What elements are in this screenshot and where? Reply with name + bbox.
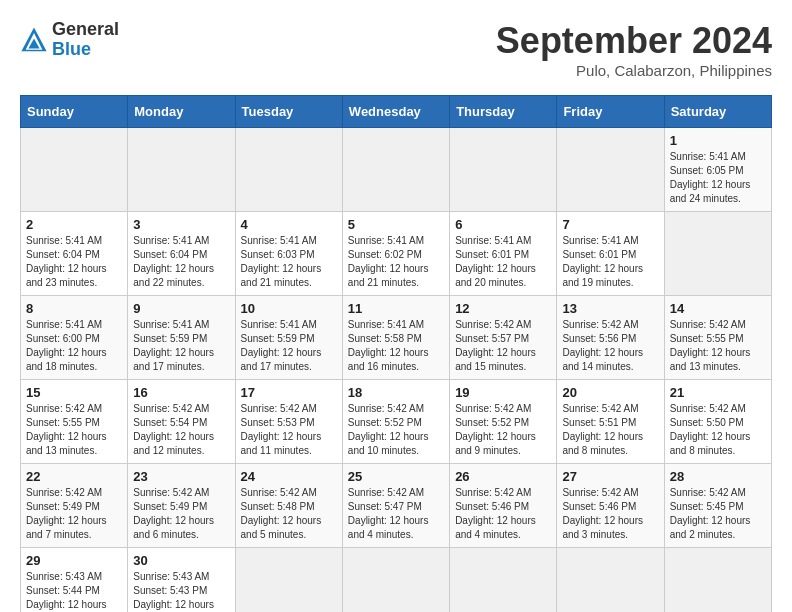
day-number: 21 [670,385,766,400]
page-header: General Blue September 2024 Pulo, Calaba… [20,20,772,79]
day-cell: 25 Sunrise: 5:42 AMSunset: 5:47 PMDaylig… [342,464,449,548]
day-cell: 3 Sunrise: 5:41 AMSunset: 6:04 PMDayligh… [128,212,235,296]
day-number: 17 [241,385,337,400]
day-number: 29 [26,553,122,568]
day-cell: 27 Sunrise: 5:42 AMSunset: 5:46 PMDaylig… [557,464,664,548]
calendar-week-row: 1 Sunrise: 5:41 AMSunset: 6:05 PMDayligh… [21,128,772,212]
empty-day-cell [21,128,128,212]
empty-day-cell [450,548,557,613]
calendar-table: SundayMondayTuesdayWednesdayThursdayFrid… [20,95,772,612]
day-cell: 4 Sunrise: 5:41 AMSunset: 6:03 PMDayligh… [235,212,342,296]
day-info: Sunrise: 5:41 AMSunset: 5:58 PMDaylight:… [348,318,444,374]
day-number: 26 [455,469,551,484]
day-cell: 14 Sunrise: 5:42 AMSunset: 5:55 PMDaylig… [664,296,771,380]
day-number: 15 [26,385,122,400]
day-info: Sunrise: 5:41 AMSunset: 6:05 PMDaylight:… [670,150,766,206]
day-cell: 21 Sunrise: 5:42 AMSunset: 5:50 PMDaylig… [664,380,771,464]
empty-day-cell [664,212,771,296]
day-cell: 10 Sunrise: 5:41 AMSunset: 5:59 PMDaylig… [235,296,342,380]
logo: General Blue [20,20,119,60]
calendar-header-row: SundayMondayTuesdayWednesdayThursdayFrid… [21,96,772,128]
empty-day-cell [342,128,449,212]
day-cell: 2 Sunrise: 5:41 AMSunset: 6:04 PMDayligh… [21,212,128,296]
day-info: Sunrise: 5:42 AMSunset: 5:46 PMDaylight:… [455,486,551,542]
day-info: Sunrise: 5:43 AMSunset: 5:43 PMDaylight:… [133,570,229,612]
day-info: Sunrise: 5:41 AMSunset: 5:59 PMDaylight:… [133,318,229,374]
day-info: Sunrise: 5:42 AMSunset: 5:51 PMDaylight:… [562,402,658,458]
day-number: 30 [133,553,229,568]
day-of-week-header: Thursday [450,96,557,128]
empty-day-cell [235,128,342,212]
day-cell: 12 Sunrise: 5:42 AMSunset: 5:57 PMDaylig… [450,296,557,380]
day-cell: 11 Sunrise: 5:41 AMSunset: 5:58 PMDaylig… [342,296,449,380]
day-info: Sunrise: 5:42 AMSunset: 5:47 PMDaylight:… [348,486,444,542]
day-number: 9 [133,301,229,316]
day-info: Sunrise: 5:43 AMSunset: 5:44 PMDaylight:… [26,570,122,612]
day-cell: 26 Sunrise: 5:42 AMSunset: 5:46 PMDaylig… [450,464,557,548]
day-number: 4 [241,217,337,232]
day-info: Sunrise: 5:42 AMSunset: 5:55 PMDaylight:… [670,318,766,374]
day-info: Sunrise: 5:41 AMSunset: 5:59 PMDaylight:… [241,318,337,374]
day-info: Sunrise: 5:42 AMSunset: 5:49 PMDaylight:… [26,486,122,542]
day-cell: 18 Sunrise: 5:42 AMSunset: 5:52 PMDaylig… [342,380,449,464]
day-number: 3 [133,217,229,232]
day-info: Sunrise: 5:41 AMSunset: 6:01 PMDaylight:… [455,234,551,290]
empty-day-cell [557,548,664,613]
title-area: September 2024 Pulo, Calabarzon, Philipp… [496,20,772,79]
day-info: Sunrise: 5:42 AMSunset: 5:52 PMDaylight:… [455,402,551,458]
day-info: Sunrise: 5:42 AMSunset: 5:45 PMDaylight:… [670,486,766,542]
month-title: September 2024 [496,20,772,62]
day-info: Sunrise: 5:41 AMSunset: 6:04 PMDaylight:… [133,234,229,290]
calendar-week-row: 29 Sunrise: 5:43 AMSunset: 5:44 PMDaylig… [21,548,772,613]
day-number: 28 [670,469,766,484]
calendar-week-row: 8 Sunrise: 5:41 AMSunset: 6:00 PMDayligh… [21,296,772,380]
day-number: 19 [455,385,551,400]
calendar-week-row: 2 Sunrise: 5:41 AMSunset: 6:04 PMDayligh… [21,212,772,296]
day-cell: 22 Sunrise: 5:42 AMSunset: 5:49 PMDaylig… [21,464,128,548]
day-cell: 23 Sunrise: 5:42 AMSunset: 5:49 PMDaylig… [128,464,235,548]
day-cell: 19 Sunrise: 5:42 AMSunset: 5:52 PMDaylig… [450,380,557,464]
day-cell: 16 Sunrise: 5:42 AMSunset: 5:54 PMDaylig… [128,380,235,464]
day-number: 11 [348,301,444,316]
day-info: Sunrise: 5:41 AMSunset: 6:00 PMDaylight:… [26,318,122,374]
day-of-week-header: Monday [128,96,235,128]
empty-day-cell [664,548,771,613]
day-info: Sunrise: 5:42 AMSunset: 5:54 PMDaylight:… [133,402,229,458]
day-of-week-header: Sunday [21,96,128,128]
day-number: 25 [348,469,444,484]
day-cell: 28 Sunrise: 5:42 AMSunset: 5:45 PMDaylig… [664,464,771,548]
day-info: Sunrise: 5:41 AMSunset: 6:01 PMDaylight:… [562,234,658,290]
day-cell: 6 Sunrise: 5:41 AMSunset: 6:01 PMDayligh… [450,212,557,296]
day-number: 7 [562,217,658,232]
day-number: 24 [241,469,337,484]
day-cell: 30 Sunrise: 5:43 AMSunset: 5:43 PMDaylig… [128,548,235,613]
day-cell: 20 Sunrise: 5:42 AMSunset: 5:51 PMDaylig… [557,380,664,464]
empty-day-cell [557,128,664,212]
day-info: Sunrise: 5:42 AMSunset: 5:46 PMDaylight:… [562,486,658,542]
day-info: Sunrise: 5:42 AMSunset: 5:49 PMDaylight:… [133,486,229,542]
day-cell: 24 Sunrise: 5:42 AMSunset: 5:48 PMDaylig… [235,464,342,548]
empty-day-cell [342,548,449,613]
day-cell: 9 Sunrise: 5:41 AMSunset: 5:59 PMDayligh… [128,296,235,380]
calendar-week-row: 22 Sunrise: 5:42 AMSunset: 5:49 PMDaylig… [21,464,772,548]
day-number: 16 [133,385,229,400]
day-of-week-header: Saturday [664,96,771,128]
day-info: Sunrise: 5:41 AMSunset: 6:02 PMDaylight:… [348,234,444,290]
day-number: 13 [562,301,658,316]
empty-day-cell [235,548,342,613]
day-info: Sunrise: 5:42 AMSunset: 5:57 PMDaylight:… [455,318,551,374]
logo-general: General [52,20,119,40]
day-number: 1 [670,133,766,148]
day-number: 2 [26,217,122,232]
day-cell: 13 Sunrise: 5:42 AMSunset: 5:56 PMDaylig… [557,296,664,380]
day-number: 23 [133,469,229,484]
day-cell: 29 Sunrise: 5:43 AMSunset: 5:44 PMDaylig… [21,548,128,613]
day-number: 8 [26,301,122,316]
day-number: 10 [241,301,337,316]
day-cell: 1 Sunrise: 5:41 AMSunset: 6:05 PMDayligh… [664,128,771,212]
day-info: Sunrise: 5:41 AMSunset: 6:03 PMDaylight:… [241,234,337,290]
day-cell: 17 Sunrise: 5:42 AMSunset: 5:53 PMDaylig… [235,380,342,464]
day-number: 12 [455,301,551,316]
day-info: Sunrise: 5:41 AMSunset: 6:04 PMDaylight:… [26,234,122,290]
day-number: 20 [562,385,658,400]
